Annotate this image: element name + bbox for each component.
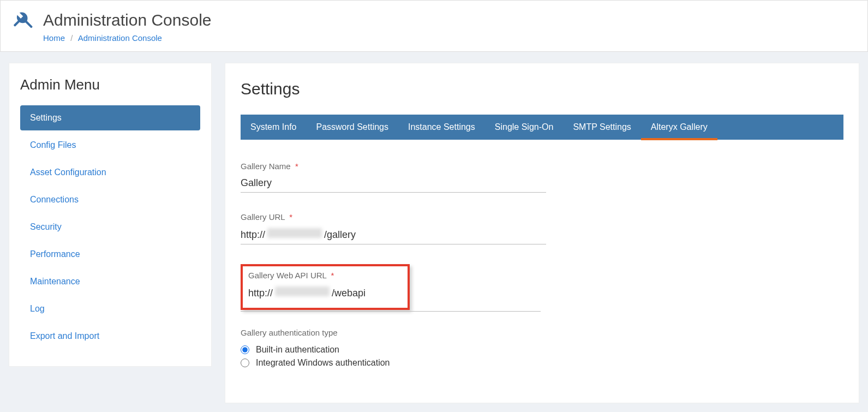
tools-icon <box>14 10 33 30</box>
auth-radio-builtin[interactable] <box>241 345 249 354</box>
auth-option-windows-label: Integrated Windows authentication <box>256 358 390 368</box>
breadcrumb-home[interactable]: Home <box>43 33 65 43</box>
tab-instance-settings[interactable]: Instance Settings <box>398 115 485 140</box>
main-panel: Settings System Info Password Settings I… <box>225 63 859 403</box>
auth-option-builtin[interactable]: Built-in authentication <box>241 345 546 355</box>
tab-password-settings[interactable]: Password Settings <box>306 115 398 140</box>
sidebar-item-settings[interactable]: Settings <box>20 105 200 130</box>
sidebar-item-maintenance[interactable]: Maintenance <box>20 269 200 294</box>
redacted-host <box>267 228 322 238</box>
redacted-host <box>275 286 330 296</box>
tab-alteryx-gallery[interactable]: Alteryx Gallery <box>641 115 717 140</box>
gallery-url-label: Gallery URL <box>241 212 285 222</box>
gallery-api-suffix: /webapi <box>332 288 366 299</box>
tab-smtp-settings[interactable]: SMTP Settings <box>563 115 640 140</box>
gallery-api-input[interactable]: http:// /webapi <box>248 284 402 302</box>
breadcrumb-current[interactable]: Administration Console <box>78 33 162 43</box>
auth-type-label: Gallery authentication type <box>241 328 338 337</box>
header-bar: Administration Console Home / Administra… <box>0 0 868 52</box>
page-title: Administration Console <box>43 11 211 29</box>
gallery-name-label: Gallery Name <box>241 162 291 171</box>
breadcrumb-separator: / <box>70 33 73 43</box>
tab-single-sign-on[interactable]: Single Sign-On <box>485 115 564 140</box>
field-auth-type: Gallery authentication type Built-in aut… <box>241 328 546 368</box>
gallery-api-underline <box>241 311 541 312</box>
gallery-api-label: Gallery Web API URL <box>248 271 326 280</box>
required-asterisk: * <box>289 212 292 222</box>
sidebar-item-performance[interactable]: Performance <box>20 242 200 267</box>
main-title: Settings <box>241 80 843 98</box>
gallery-name-input[interactable] <box>241 175 546 193</box>
sidebar: Admin Menu Settings Config Files Asset C… <box>9 63 212 367</box>
breadcrumb: Home / Administration Console <box>43 33 854 43</box>
sidebar-item-security[interactable]: Security <box>20 214 200 240</box>
required-asterisk: * <box>331 271 334 280</box>
field-gallery-name: Gallery Name * <box>241 162 546 193</box>
sidebar-title: Admin Menu <box>20 76 200 93</box>
sidebar-item-connections[interactable]: Connections <box>20 187 200 212</box>
gallery-url-prefix: http:// <box>241 229 265 241</box>
auth-radio-windows[interactable] <box>241 359 249 367</box>
sidebar-item-export-import[interactable]: Export and Import <box>20 324 200 349</box>
sidebar-item-asset-configuration[interactable]: Asset Configuration <box>20 160 200 185</box>
sidebar-item-log[interactable]: Log <box>20 296 200 321</box>
auth-option-builtin-label: Built-in authentication <box>256 345 339 355</box>
field-gallery-url: Gallery URL * http:// /gallery <box>241 212 546 244</box>
tabs-bar: System Info Password Settings Instance S… <box>241 115 843 140</box>
highlighted-field-box: Gallery Web API URL * http:// /webapi <box>241 264 410 310</box>
field-gallery-api-url: Gallery Web API URL * http:// /webapi <box>248 271 402 302</box>
gallery-url-suffix: /gallery <box>324 229 356 241</box>
auth-option-windows[interactable]: Integrated Windows authentication <box>241 358 546 368</box>
tab-system-info[interactable]: System Info <box>241 115 306 140</box>
sidebar-item-config-files[interactable]: Config Files <box>20 133 200 158</box>
required-asterisk: * <box>295 162 298 171</box>
gallery-api-prefix: http:// <box>248 288 273 299</box>
gallery-url-input[interactable]: http:// /gallery <box>241 226 546 244</box>
